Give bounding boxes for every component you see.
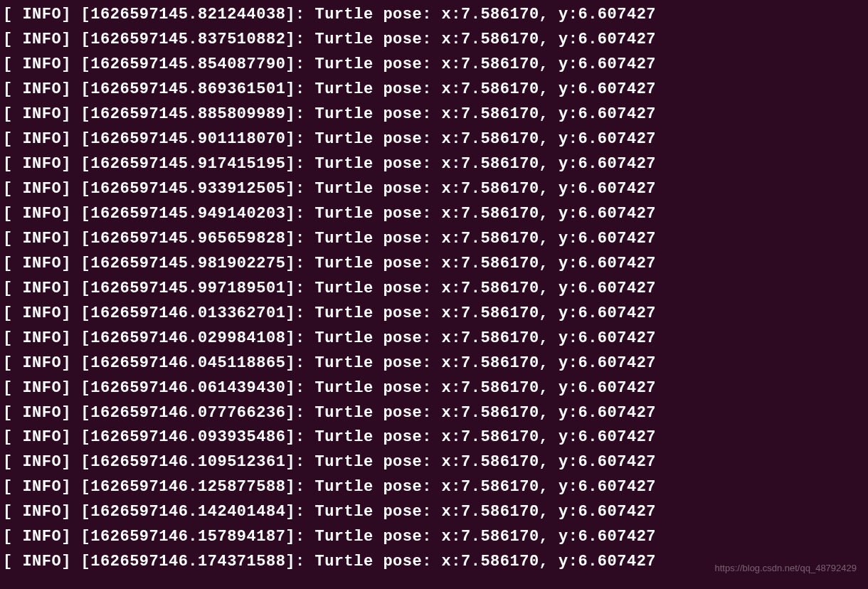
log-line: [ INFO] [1626597146.125877588]: Turtle p… bbox=[3, 475, 865, 500]
log-line: [ INFO] [1626597146.093935486]: Turtle p… bbox=[3, 425, 865, 450]
log-line: [ INFO] [1626597146.029984108]: Turtle p… bbox=[3, 327, 865, 351]
log-line: [ INFO] [1626597145.901118070]: Turtle p… bbox=[3, 127, 865, 152]
log-line: [ INFO] [1626597146.109512361]: Turtle p… bbox=[3, 450, 865, 475]
log-line: [ INFO] [1626597145.933912505]: Turtle p… bbox=[3, 177, 865, 202]
log-line: [ INFO] [1626597145.837510882]: Turtle p… bbox=[3, 28, 865, 53]
log-line: [ INFO] [1626597145.981902275]: Turtle p… bbox=[3, 252, 865, 277]
log-line: [ INFO] [1626597146.157894187]: Turtle p… bbox=[3, 525, 865, 550]
log-line: [ INFO] [1626597145.869361501]: Turtle p… bbox=[3, 78, 865, 102]
log-line: [ INFO] [1626597146.142401484]: Turtle p… bbox=[3, 500, 865, 525]
log-line: [ INFO] [1626597145.997189501]: Turtle p… bbox=[3, 277, 865, 302]
log-line: [ INFO] [1626597146.077766236]: Turtle p… bbox=[3, 401, 865, 426]
log-line: [ INFO] [1626597146.045118865]: Turtle p… bbox=[3, 351, 865, 376]
log-line: [ INFO] [1626597146.061439430]: Turtle p… bbox=[3, 376, 865, 401]
log-line: [ INFO] [1626597145.949140203]: Turtle p… bbox=[3, 202, 865, 227]
log-line: [ INFO] [1626597145.965659828]: Turtle p… bbox=[3, 227, 865, 252]
log-line: [ INFO] [1626597145.917415195]: Turtle p… bbox=[3, 152, 865, 177]
log-line: [ INFO] [1626597145.885809989]: Turtle p… bbox=[3, 102, 865, 127]
terminal-output: [ INFO] [1626597145.821244038]: Turtle p… bbox=[3, 3, 865, 575]
watermark-text: https://blog.csdn.net/qq_48792429 bbox=[715, 561, 857, 576]
log-line: [ INFO] [1626597145.821244038]: Turtle p… bbox=[3, 3, 865, 28]
log-line: [ INFO] [1626597145.854087790]: Turtle p… bbox=[3, 53, 865, 78]
log-line: [ INFO] [1626597146.013362701]: Turtle p… bbox=[3, 302, 865, 327]
